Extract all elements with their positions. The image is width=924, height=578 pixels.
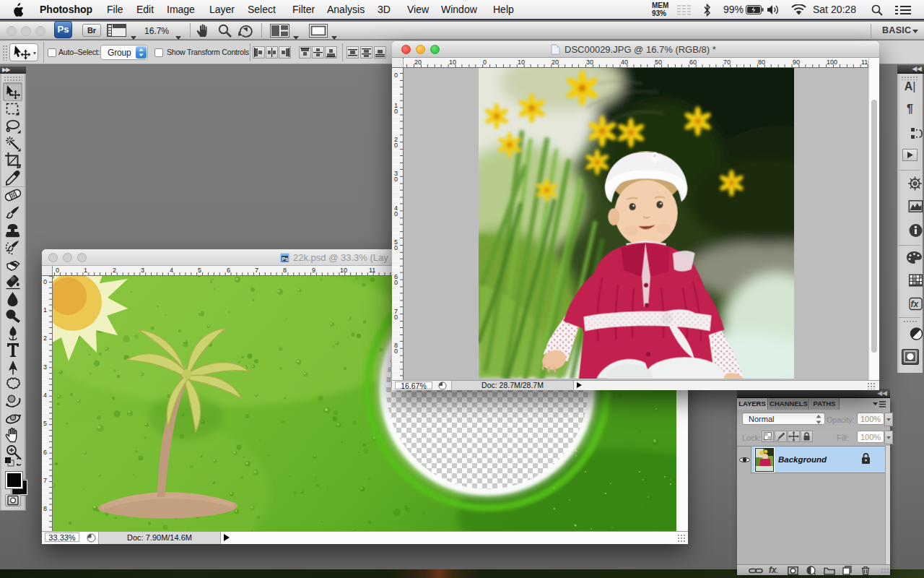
svg-text:Ps: Ps — [282, 256, 289, 262]
svg-text:fx: fx — [911, 299, 920, 309]
